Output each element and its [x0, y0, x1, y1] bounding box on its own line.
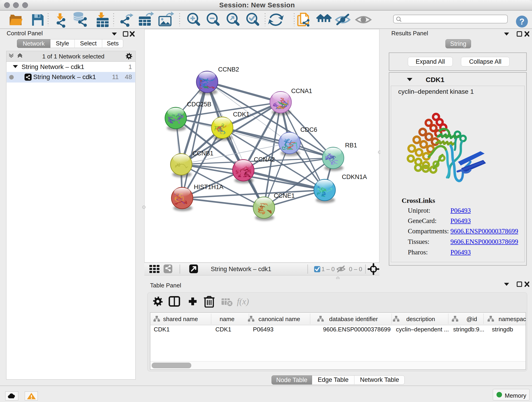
svg-text:f(x): f(x) [237, 297, 249, 306]
svg-text:CDC6: CDC6 [300, 126, 317, 133]
svg-text:CCNB2: CCNB2 [218, 66, 239, 73]
svg-text:@id: @id [467, 316, 477, 322]
svg-text:name: name [220, 316, 234, 322]
svg-text:CDKN1A: CDKN1A [342, 173, 367, 180]
svg-text:0 – 0: 0 – 0 [349, 266, 362, 273]
svg-text:shared name: shared name [163, 316, 198, 322]
svg-text:CCNA2: CCNA2 [254, 156, 275, 163]
svg-text:HIST1H1A: HIST1H1A [194, 184, 223, 191]
svg-text:CDK1: CDK1 [233, 111, 249, 118]
svg-text:CCNE1: CCNE1 [274, 192, 295, 199]
svg-text:description: description [406, 316, 435, 322]
svg-text:CCNB1: CCNB1 [192, 150, 214, 157]
svg-text:RB1: RB1 [345, 142, 357, 149]
svg-text:String Network – cdk1: String Network – cdk1 [211, 266, 271, 273]
svg-text:canonical name: canonical name [259, 316, 300, 322]
svg-text:1 – 0: 1 – 0 [322, 266, 335, 273]
svg-text:database identifier: database identifier [329, 316, 378, 322]
svg-text:namespac: namespac [499, 316, 526, 322]
svg-text:CCNA1: CCNA1 [291, 88, 312, 95]
svg-text:CDC25B: CDC25B [187, 101, 211, 108]
